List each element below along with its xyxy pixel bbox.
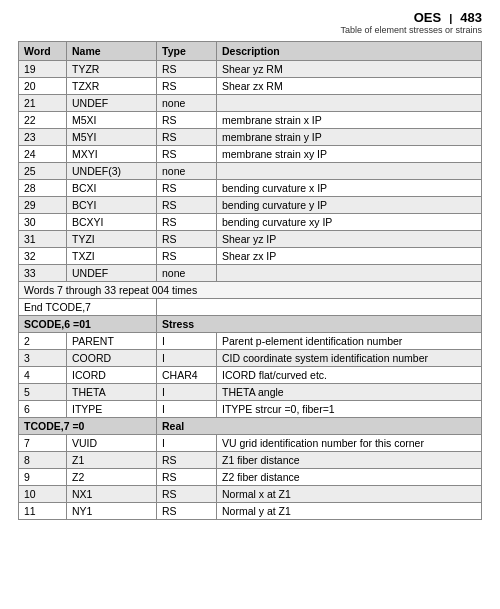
cell-type: none	[157, 265, 217, 282]
cell-desc: Normal y at Z1	[217, 503, 482, 520]
cell-type: none	[157, 95, 217, 112]
cell-word: 29	[19, 197, 67, 214]
cell-desc: ICORD flat/curved etc.	[217, 367, 482, 384]
cell-name: TYZI	[67, 231, 157, 248]
cell-desc: THETA angle	[217, 384, 482, 401]
cell-word: 19	[19, 61, 67, 78]
cell-desc: membrane strain y IP	[217, 129, 482, 146]
cell-desc: ITYPE strcur =0, fiber=1	[217, 401, 482, 418]
repeat-note-row: Words 7 through 33 repeat 004 times	[19, 282, 482, 299]
cell-type: RS	[157, 452, 217, 469]
end-tcode-value	[157, 299, 482, 316]
cell-name: TZXR	[67, 78, 157, 95]
cell-type: RS	[157, 248, 217, 265]
cell-name: UNDEF(3)	[67, 163, 157, 180]
cell-name: VUID	[67, 435, 157, 452]
cell-word: 30	[19, 214, 67, 231]
end-tcode-row: End TCODE,7	[19, 299, 482, 316]
cell-name: NX1	[67, 486, 157, 503]
cell-desc: Z2 fiber distance	[217, 469, 482, 486]
scode-label: SCODE,6 =01	[19, 316, 157, 333]
cell-desc: bending curvature x IP	[217, 180, 482, 197]
header-right: OES | 483 Table of element stresses or s…	[340, 10, 482, 35]
cell-name: BCXYI	[67, 214, 157, 231]
cell-type: none	[157, 163, 217, 180]
cell-type: RS	[157, 503, 217, 520]
cell-word: 9	[19, 469, 67, 486]
table-row: 3COORDICID coordinate system identificat…	[19, 350, 482, 367]
cell-name: BCYI	[67, 197, 157, 214]
cell-desc: bending curvature y IP	[217, 197, 482, 214]
scode-header-row: SCODE,6 =01Stress	[19, 316, 482, 333]
cell-word: 22	[19, 112, 67, 129]
table-row: 29BCYIRSbending curvature y IP	[19, 197, 482, 214]
table-row: 8Z1RSZ1 fiber distance	[19, 452, 482, 469]
cell-word: 10	[19, 486, 67, 503]
table-row: 21UNDEFnone	[19, 95, 482, 112]
cell-desc: Shear zx RM	[217, 78, 482, 95]
cell-word: 5	[19, 384, 67, 401]
page-header: OES | 483 Table of element stresses or s…	[18, 10, 482, 35]
tcode-label: TCODE,7 =0	[19, 418, 157, 435]
cell-name: Z2	[67, 469, 157, 486]
cell-desc: VU grid identification number for this c…	[217, 435, 482, 452]
cell-desc	[217, 163, 482, 180]
cell-word: 3	[19, 350, 67, 367]
cell-name: PARENT	[67, 333, 157, 350]
table-row: 31TYZIRSShear yz IP	[19, 231, 482, 248]
cell-word: 23	[19, 129, 67, 146]
cell-name: ICORD	[67, 367, 157, 384]
table-row: 19TYZRRSShear yz RM	[19, 61, 482, 78]
table-row: 28BCXIRSbending curvature x IP	[19, 180, 482, 197]
cell-type: RS	[157, 61, 217, 78]
table-row: 5THETAITHETA angle	[19, 384, 482, 401]
cell-word: 8	[19, 452, 67, 469]
cell-type: RS	[157, 146, 217, 163]
table-row: 32TXZIRSShear zx IP	[19, 248, 482, 265]
cell-word: 32	[19, 248, 67, 265]
table-row: 25UNDEF(3)none	[19, 163, 482, 180]
divider-bar: |	[449, 12, 452, 24]
scode-type: Stress	[157, 316, 482, 333]
cell-word: 24	[19, 146, 67, 163]
cell-word: 11	[19, 503, 67, 520]
table-row: 4ICORDCHAR4ICORD flat/curved etc.	[19, 367, 482, 384]
col-header-desc: Description	[217, 42, 482, 61]
table-row: 2PARENTIParent p-element identification …	[19, 333, 482, 350]
cell-type: RS	[157, 486, 217, 503]
table-row: 7VUIDIVU grid identification number for …	[19, 435, 482, 452]
table-row: 9Z2RSZ2 fiber distance	[19, 469, 482, 486]
cell-type: RS	[157, 197, 217, 214]
cell-word: 6	[19, 401, 67, 418]
cell-name: TXZI	[67, 248, 157, 265]
cell-word: 25	[19, 163, 67, 180]
page: OES | 483 Table of element stresses or s…	[0, 0, 500, 538]
tcode-header-row: TCODE,7 =0Real	[19, 418, 482, 435]
cell-name: M5XI	[67, 112, 157, 129]
col-header-name: Name	[67, 42, 157, 61]
cell-word: 2	[19, 333, 67, 350]
cell-word: 31	[19, 231, 67, 248]
cell-type: RS	[157, 129, 217, 146]
table-row: 10NX1RSNormal x at Z1	[19, 486, 482, 503]
cell-name: UNDEF	[67, 95, 157, 112]
cell-type: RS	[157, 231, 217, 248]
cell-desc: membrane strain x IP	[217, 112, 482, 129]
col-header-word: Word	[19, 42, 67, 61]
table-row: 30BCXYIRSbending curvature xy IP	[19, 214, 482, 231]
cell-word: 20	[19, 78, 67, 95]
cell-desc: CID coordinate system identification num…	[217, 350, 482, 367]
cell-name: UNDEF	[67, 265, 157, 282]
table-row: 20TZXRRSShear zx RM	[19, 78, 482, 95]
table-row: 24MXYIRSmembrane strain xy IP	[19, 146, 482, 163]
cell-desc	[217, 95, 482, 112]
main-table: Word Name Type Description 19TYZRRSShear…	[18, 41, 482, 520]
cell-desc: Shear zx IP	[217, 248, 482, 265]
end-tcode-label: End TCODE,7	[19, 299, 157, 316]
cell-type: I	[157, 350, 217, 367]
table-row: 6ITYPEIITYPE strcur =0, fiber=1	[19, 401, 482, 418]
table-row: 22M5XIRSmembrane strain x IP	[19, 112, 482, 129]
cell-desc: Normal x at Z1	[217, 486, 482, 503]
cell-word: 33	[19, 265, 67, 282]
header-subtitle: Table of element stresses or strains	[340, 25, 482, 35]
